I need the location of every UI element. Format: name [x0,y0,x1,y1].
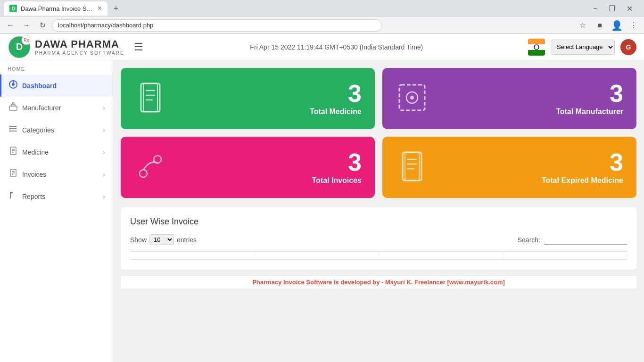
sidebar-item-reports-label: Reports [22,193,103,200]
medicine-label: Total Medicine [310,107,362,116]
table-controls: Show 10 25 50 100 entries Search: [130,234,627,245]
sidebar-item-manufacturer-label: Manufacturer [22,104,103,112]
app-header: D Rx DAWA PHARMA PHARMA AGENCY SOFTWARE … [0,34,644,60]
svg-rect-21 [12,149,15,150]
col-header-4 [503,252,627,259]
categories-chevron-icon: › [103,126,105,134]
stats-grid: 3 Total Medicine 3 To [121,68,636,198]
reload-button[interactable]: ↻ [36,19,49,32]
svg-rect-22 [12,150,15,151]
svg-rect-13 [12,103,14,104]
hamburger-menu[interactable]: ☰ [132,39,145,55]
invoices-label: Total Invoices [312,176,362,185]
profile-icon[interactable]: 👤 [610,19,623,32]
expired-label: Total Expired Medicine [542,176,623,185]
table-search-input[interactable] [544,235,627,245]
developer-footer: Pharmacy Invoice Software is developed b… [121,275,636,288]
header-right: Select Language English Hindi G [528,39,636,56]
manufacturer-count: 3 [556,81,623,106]
svg-point-9 [12,83,15,86]
logo-name: DAWA PHARMA [35,38,124,50]
logo-icon: D Rx [8,35,31,59]
svg-point-19 [9,131,11,132]
restore-button[interactable]: ❐ [605,3,619,14]
stat-card-total-expired[interactable]: 3 Total Expired Medicine [382,137,636,198]
sidebar-item-reports[interactable]: Reports › [0,185,113,207]
svg-text:Rx: Rx [24,38,29,43]
sidebar-item-dashboard-label: Dashboard [22,82,105,90]
invoices-icon [9,169,17,180]
toolbar-actions: ☆ ■ 👤 ⋮ [576,19,640,32]
sidebar-item-categories[interactable]: Categories › [0,119,113,141]
bookmark-icon[interactable]: ☆ [576,19,589,32]
invoices-stat-icon [134,150,167,185]
medicine-stat-icon [134,81,167,116]
dashboard-icon [9,80,17,91]
sidebar-item-medicine-label: Medicine [22,148,103,156]
manufacturer-label: Total Manufacturer [556,107,623,116]
expired-count: 3 [542,150,623,174]
minimize-button[interactable]: − [589,3,601,14]
active-browser-tab[interactable]: D Dawa Pharma Invoice System - M... × [4,1,107,16]
user-avatar[interactable]: G [620,39,636,55]
language-select[interactable]: Select Language English Hindi [551,40,615,55]
stat-card-total-invoices[interactable]: 3 Total Invoices [121,137,375,198]
browser-toolbar: ← → ↻ localhost/pharmacy/dashboard.php ☆… [0,17,644,34]
svg-point-38 [140,170,147,177]
extensions-icon[interactable]: ■ [593,19,606,32]
medicine-count: 3 [310,81,362,106]
reports-chevron-icon: › [103,193,105,200]
sidebar-item-invoices[interactable]: Invoices › [0,163,113,185]
reports-icon [9,191,17,202]
window-controls: − ❐ ✕ [589,3,640,14]
manufacturer-stat-info: 3 Total Manufacturer [556,81,623,116]
address-bar[interactable]: localhost/pharmacy/dashboard.php [52,19,382,32]
sidebar-item-categories-label: Categories [22,126,103,134]
forward-button[interactable]: → [20,19,33,32]
manufacturer-stat-icon [396,81,429,116]
back-button[interactable]: ← [4,19,17,32]
svg-rect-6 [528,50,545,56]
expired-stat-info: 3 Total Expired Medicine [542,150,623,185]
invoices-count: 3 [312,150,362,174]
menu-icon[interactable]: ⋮ [627,19,640,32]
logo-area: D Rx DAWA PHARMA PHARMA AGENCY SOFTWARE [8,35,124,59]
url-text: localhost/pharmacy/dashboard.php [58,22,153,29]
tab-favicon: D [9,5,17,12]
search-label: Search: [518,236,540,244]
svg-text:D: D [16,41,23,52]
manufacturer-chevron-icon: › [103,104,105,112]
show-label: Show [130,236,147,244]
svg-rect-11 [9,106,17,110]
sidebar-section-home: HOME [0,60,113,74]
sidebar-item-dashboard[interactable]: Dashboard [0,74,113,97]
table-title: User Wise Invoice [130,217,627,227]
expired-stat-icon [396,150,429,185]
svg-point-18 [9,128,11,130]
invoices-stat-info: 3 Total Invoices [312,150,362,185]
table-section: User Wise Invoice Show 10 25 50 100 entr… [121,207,636,270]
browser-tab-bar: D Dawa Pharma Invoice System - M... × + … [0,0,644,17]
invoices-chevron-icon: › [103,171,105,178]
entries-label: entries [177,236,197,244]
svg-rect-5 [528,44,545,50]
svg-rect-31 [143,83,157,112]
sidebar-item-medicine[interactable]: Medicine › [0,141,113,163]
svg-rect-41 [405,152,419,181]
manufacturer-icon [9,102,17,113]
header-datetime: Fri Apr 15 2022 11:19:44 GMT+0530 (India… [153,43,520,51]
medicine-stat-info: 3 Total Medicine [310,81,362,116]
svg-rect-23 [12,152,14,153]
sidebar-item-manufacturer[interactable]: Manufacturer › [0,97,113,119]
entries-select[interactable]: 10 25 50 100 [149,234,174,245]
show-entries-control: Show 10 25 50 100 entries [130,234,197,245]
stat-card-total-manufacturer[interactable]: 3 Total Manufacturer [382,68,636,129]
stat-card-total-medicine[interactable]: 3 Total Medicine [121,68,375,129]
new-tab-button[interactable]: + [109,2,123,15]
svg-point-17 [9,126,11,127]
svg-rect-4 [528,39,545,44]
tab-close-button[interactable]: × [98,4,102,13]
col-header-2 [255,252,379,259]
search-area: Search: [518,235,627,245]
close-button[interactable]: ✕ [623,3,636,14]
